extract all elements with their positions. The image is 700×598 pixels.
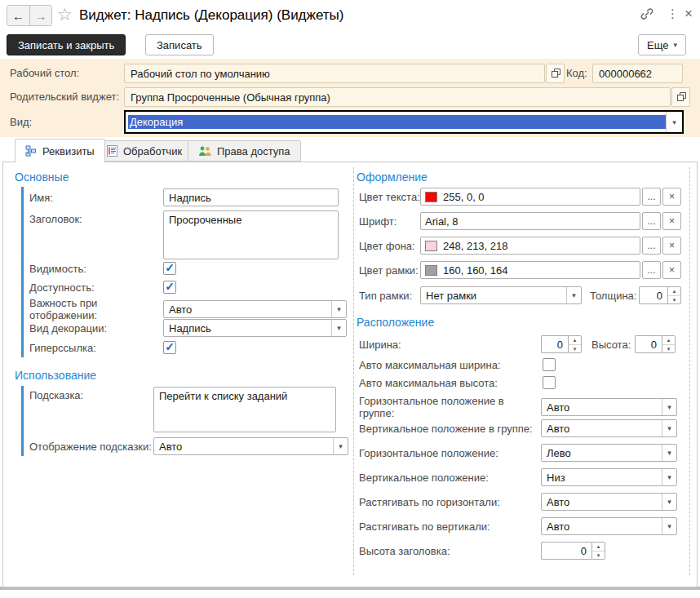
caption-height-spinner[interactable]: 0 ▴ ▾ (541, 542, 605, 560)
bg-color-label: Цвет фона: (359, 240, 420, 252)
chevron-down-icon[interactable]: ▾ (662, 420, 676, 436)
tab-access-rights[interactable]: Права доступа (188, 140, 301, 162)
text-color-field[interactable]: 255, 0, 0 (420, 188, 640, 206)
caption-textarea[interactable]: Просроченные (163, 210, 339, 259)
visibility-checkbox[interactable]: ✓ (163, 262, 176, 275)
chevron-down-icon[interactable]: ▾ (662, 494, 676, 510)
bg-color-field[interactable]: 248, 213, 218 (420, 237, 640, 255)
name-input[interactable]: Надпись (163, 188, 339, 206)
chevron-down-icon[interactable]: ▾ (566, 287, 581, 303)
hyperlink-checkbox[interactable]: ✓ (163, 341, 176, 354)
auto-max-width-label: Авто максимальная ширина: (359, 359, 543, 371)
tooltip-display-select[interactable]: Авто ▾ (153, 437, 348, 455)
kind-select[interactable]: Декорация ▾ (124, 110, 684, 134)
stretch-vertical-select[interactable]: Авто ▾ (541, 517, 677, 535)
accessibility-checkbox[interactable]: ✓ (163, 281, 176, 294)
forward-button[interactable]: → (29, 6, 51, 25)
tooltip-value: Перейти к списку заданий (159, 390, 287, 402)
parent-widget-label: Родительский виджет: (10, 91, 119, 103)
width-spinner[interactable]: 0 ▴ ▾ (541, 335, 582, 353)
auto-max-height-label: Авто максимальная высота: (359, 377, 543, 389)
chevron-down-icon[interactable]: ▾ (333, 438, 348, 454)
kind-label: Вид: (10, 116, 32, 128)
spin-down-icon[interactable]: ▾ (662, 345, 675, 353)
kind-value-selected: Декорация (128, 115, 666, 129)
parent-widget-field[interactable]: Группа Просроченные (Обычная группа) (124, 87, 671, 107)
chevron-down-icon[interactable]: ▾ (666, 112, 682, 132)
spin-up-icon[interactable]: ▴ (592, 543, 605, 551)
h-position-value: Лево (542, 447, 662, 459)
decoration-kind-value: Надпись (164, 322, 331, 334)
code-field[interactable]: 000000662 (592, 64, 683, 83)
width-value: 0 (541, 335, 568, 353)
chevron-down-icon[interactable]: ▾ (662, 469, 676, 485)
height-label: Высота: (591, 339, 635, 351)
clear-button[interactable]: × (662, 237, 681, 255)
h-position-in-group-select[interactable]: Авто ▾ (541, 398, 677, 416)
code-label: Код: (566, 67, 587, 79)
clear-button[interactable]: × (662, 212, 681, 230)
choose-button[interactable]: ... (642, 237, 661, 255)
font-field[interactable]: Arial, 8 (420, 212, 640, 230)
more-button[interactable]: Еще ▾ (638, 34, 686, 55)
accessibility-label: Доступность: (29, 281, 163, 294)
spin-down-icon[interactable]: ▾ (592, 551, 605, 560)
clear-button[interactable]: × (662, 261, 681, 279)
tab-handler[interactable]: Обработчик (96, 140, 193, 162)
text-color-value: 255, 0, 0 (443, 191, 485, 203)
spin-up-icon[interactable]: ▴ (569, 336, 581, 345)
save-and-close-button[interactable]: Записать и закрыть (7, 34, 126, 55)
h-position-label: Горизонтальное положение: (359, 447, 541, 459)
thickness-spinner[interactable]: 0 ▴ ▾ (639, 286, 681, 304)
hyperlink-label: Гиперссылка: (29, 342, 163, 354)
back-button[interactable]: ← (7, 6, 29, 25)
chevron-down-icon[interactable]: ▾ (662, 518, 676, 534)
spin-up-icon[interactable]: ▴ (662, 336, 675, 345)
favorite-star-icon[interactable]: ☆ (57, 5, 73, 24)
tooltip-display-value: Авто (154, 441, 333, 453)
tooltip-textarea[interactable]: Перейти к списку заданий (153, 387, 336, 432)
kebab-menu-icon[interactable]: ⋮ (667, 7, 679, 21)
height-spinner[interactable]: 0 ▴ ▾ (635, 335, 676, 353)
border-type-select[interactable]: Нет рамки ▾ (420, 286, 582, 304)
tab-attributes-label: Реквизиты (42, 145, 95, 157)
close-icon[interactable]: × (684, 6, 693, 22)
open-icon[interactable] (671, 87, 690, 107)
desktop-field[interactable]: Рабочий стол по умолчанию (124, 64, 545, 83)
tooltip-label: Подсказка: (29, 387, 153, 401)
chevron-down-icon[interactable]: ▾ (662, 445, 676, 461)
open-icon[interactable] (546, 64, 565, 83)
choose-button[interactable]: ... (642, 212, 661, 230)
nav-buttons: ← → (7, 5, 52, 26)
widget-form-window: ← → ☆ Виджет: Надпись (Декорация) (Видже… (0, 0, 700, 598)
clear-button[interactable]: × (662, 188, 681, 206)
name-label: Имя: (29, 192, 163, 204)
name-value: Надпись (169, 192, 211, 204)
chevron-down-icon[interactable]: ▾ (662, 399, 676, 415)
decoration-kind-select[interactable]: Надпись ▾ (163, 319, 347, 337)
v-position-in-group-select[interactable]: Авто ▾ (541, 419, 677, 437)
spin-up-icon[interactable]: ▴ (668, 287, 680, 296)
save-button[interactable]: Записать (145, 34, 214, 55)
v-position-select[interactable]: Низ ▾ (541, 468, 677, 486)
chevron-down-icon[interactable]: ▾ (331, 320, 346, 336)
choose-button[interactable]: ... (642, 188, 661, 206)
spin-down-icon[interactable]: ▾ (569, 345, 581, 353)
importance-select[interactable]: Авто ▾ (163, 300, 347, 318)
border-color-field[interactable]: 160, 160, 164 (420, 261, 640, 279)
link-icon[interactable] (640, 7, 654, 21)
stretch-horizontal-select[interactable]: Авто ▾ (541, 493, 677, 511)
v-position-label: Вертикальное положение: (359, 472, 541, 484)
tab-attributes[interactable]: Реквизиты (15, 139, 105, 162)
section-title-usage: Использование (15, 369, 96, 382)
choose-button[interactable]: ... (642, 261, 661, 279)
h-position-select[interactable]: Лево ▾ (541, 444, 677, 462)
handler-icon (107, 145, 117, 157)
auto-max-width-checkbox[interactable] (543, 358, 556, 371)
spin-down-icon[interactable]: ▾ (668, 296, 680, 304)
importance-value: Авто (164, 303, 331, 316)
chevron-down-icon[interactable]: ▾ (331, 301, 346, 317)
stretch-horizontal-value: Авто (542, 496, 662, 508)
v-position-in-group-label: Вертикальное положение в группе: (359, 423, 541, 435)
auto-max-height-checkbox[interactable] (543, 376, 556, 389)
